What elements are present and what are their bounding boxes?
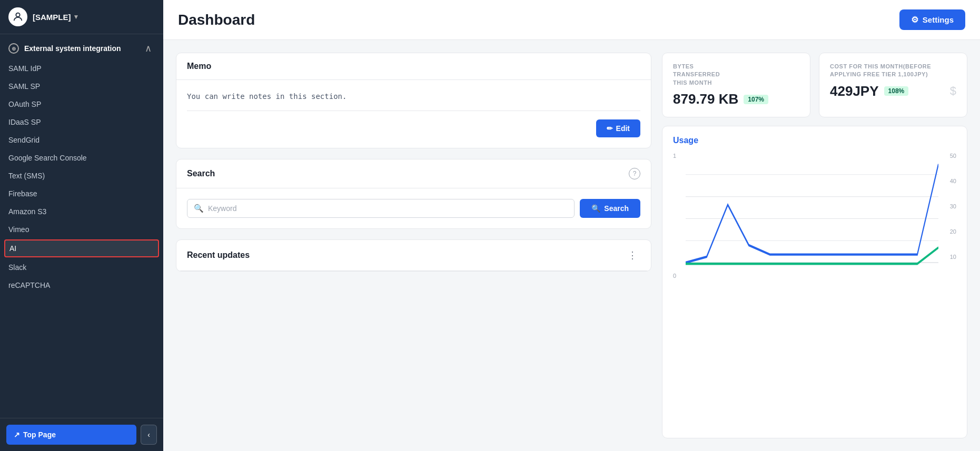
y-label-0: 0 bbox=[673, 273, 676, 279]
sidebar-nav: SAML IdP SAML SP OAuth SP IDaaS SP SendG… bbox=[0, 59, 163, 418]
edit-button[interactable]: ✏ Edit bbox=[596, 119, 640, 137]
section-title-text: External system integration bbox=[24, 44, 121, 53]
settings-button[interactable]: ⚙ Settings bbox=[899, 9, 965, 30]
main-header: Dashboard ⚙ Settings bbox=[163, 0, 980, 40]
sidebar-item-idaas-sp[interactable]: IDaaS SP bbox=[0, 113, 163, 131]
collapse-sidebar-button[interactable]: ‹ bbox=[141, 425, 157, 445]
app-logo bbox=[8, 7, 27, 26]
chart-y-labels-left: 1 0 bbox=[673, 153, 684, 279]
search-input-wrap: 🔍 bbox=[187, 199, 575, 218]
usage-chart bbox=[686, 153, 938, 268]
external-link-icon: ↗ bbox=[14, 430, 20, 439]
right-column: BYTESTRANSFERREDTHIS MONTH 879.79 KB 107… bbox=[662, 53, 967, 438]
chart-container: 1 0 50 40 30 20 10 bbox=[673, 153, 956, 279]
cost-value: 429JPY bbox=[830, 83, 879, 99]
search-button[interactable]: 🔍 Search bbox=[580, 199, 640, 218]
cost-label: COST FOR THIS MONTH(BEFORE APPLYING FREE… bbox=[830, 63, 956, 79]
sidebar-item-google-search-console[interactable]: Google Search Console bbox=[0, 149, 163, 167]
sidebar-item-vimeo[interactable]: Vimeo bbox=[0, 221, 163, 238]
main-body: Memo You can write notes in this section… bbox=[163, 40, 980, 451]
settings-label: Settings bbox=[923, 15, 954, 24]
sidebar-item-firebase[interactable]: Firebase bbox=[0, 185, 163, 203]
search-btn-label: Search bbox=[604, 204, 629, 213]
help-icon[interactable]: ? bbox=[629, 168, 640, 179]
memo-footer: ✏ Edit bbox=[187, 119, 640, 137]
section-collapse-button[interactable]: ∧ bbox=[142, 42, 155, 55]
recent-updates-title: Recent updates bbox=[187, 250, 250, 260]
bytes-value-row: 879.79 KB 107% bbox=[673, 91, 799, 107]
sidebar-item-sendgrid[interactable]: SendGrid bbox=[0, 131, 163, 149]
sidebar-item-saml-sp[interactable]: SAML SP bbox=[0, 77, 163, 95]
blue-line bbox=[686, 164, 938, 263]
chart-y-labels-right: 50 40 30 20 10 bbox=[941, 153, 956, 279]
sidebar-item-slack[interactable]: Slack bbox=[0, 258, 163, 276]
page-title: Dashboard bbox=[178, 12, 255, 28]
y-label-1: 1 bbox=[673, 153, 676, 159]
bytes-value: 879.79 KB bbox=[673, 91, 738, 107]
search-icon: 🔍 bbox=[194, 204, 204, 213]
y-label-30: 30 bbox=[950, 203, 956, 209]
y-label-50: 50 bbox=[950, 153, 956, 159]
search-input[interactable] bbox=[208, 199, 568, 217]
memo-card-header: Memo bbox=[176, 53, 651, 80]
sidebar-item-ai[interactable]: AI bbox=[4, 239, 159, 257]
edit-label: Edit bbox=[616, 124, 630, 133]
sidebar-item-amazon-s3[interactable]: Amazon S3 bbox=[0, 203, 163, 221]
bytes-badge: 107% bbox=[744, 95, 768, 104]
memo-card: Memo You can write notes in this section… bbox=[176, 53, 651, 148]
usage-title: Usage bbox=[673, 136, 956, 145]
y-label-20: 20 bbox=[950, 228, 956, 235]
gear-icon: ⚙ bbox=[911, 15, 918, 25]
org-name-text: [SAMPLE] bbox=[33, 13, 71, 22]
sidebar-section-header: ⊕ External system integration ∧ bbox=[0, 34, 163, 59]
sidebar-item-text-sms[interactable]: Text (SMS) bbox=[0, 167, 163, 185]
stats-row: BYTESTRANSFERREDTHIS MONTH 879.79 KB 107… bbox=[662, 53, 967, 117]
svg-point-0 bbox=[16, 13, 19, 17]
pencil-icon: ✏ bbox=[607, 124, 613, 133]
left-column: Memo You can write notes in this section… bbox=[176, 53, 651, 438]
org-name[interactable]: [SAMPLE] ▼ bbox=[33, 13, 79, 22]
sidebar-item-saml-idp[interactable]: SAML IdP bbox=[0, 59, 163, 77]
y-label-10: 10 bbox=[950, 254, 956, 260]
sidebar-item-recaptcha[interactable]: reCAPTCHA bbox=[0, 276, 163, 294]
chart-svg-wrap bbox=[686, 153, 938, 268]
sidebar-footer: ↗ Top Page ‹ bbox=[0, 418, 163, 451]
search-card-header: Search ? bbox=[176, 159, 651, 188]
currency-icon: $ bbox=[950, 84, 956, 98]
more-options-button[interactable]: ⋮ bbox=[625, 248, 640, 262]
search-btn-icon: 🔍 bbox=[591, 204, 600, 213]
recent-updates-card: Recent updates ⋮ bbox=[176, 239, 651, 272]
memo-card-body: You can write notes in this section. ✏ E… bbox=[176, 80, 651, 148]
top-page-label: Top Page bbox=[23, 430, 56, 439]
search-card: Search ? 🔍 🔍 Search bbox=[176, 159, 651, 229]
sidebar: [SAMPLE] ▼ ⊕ External system integration… bbox=[0, 0, 163, 451]
memo-card-title: Memo bbox=[187, 62, 211, 71]
section-title: ⊕ External system integration bbox=[8, 43, 121, 54]
memo-text: You can write notes in this section. bbox=[187, 91, 640, 102]
top-page-button[interactable]: ↗ Top Page bbox=[6, 425, 136, 445]
sidebar-item-oauth-sp[interactable]: OAuth SP bbox=[0, 95, 163, 113]
cost-badge: 108% bbox=[884, 86, 909, 96]
sidebar-header: [SAMPLE] ▼ bbox=[0, 0, 163, 34]
main-content: Dashboard ⚙ Settings Memo You can write … bbox=[163, 0, 980, 451]
memo-divider bbox=[187, 111, 640, 111]
y-label-40: 40 bbox=[950, 178, 956, 184]
search-card-title: Search bbox=[187, 169, 215, 178]
search-row: 🔍 🔍 Search bbox=[187, 199, 640, 218]
usage-card: Usage 1 0 50 40 30 20 10 bbox=[662, 126, 967, 438]
search-card-body: 🔍 🔍 Search bbox=[176, 188, 651, 228]
globe-icon: ⊕ bbox=[8, 43, 19, 54]
cost-value-row: 429JPY 108% $ bbox=[830, 83, 956, 99]
cost-card: COST FOR THIS MONTH(BEFORE APPLYING FREE… bbox=[819, 53, 967, 117]
bytes-label: BYTESTRANSFERREDTHIS MONTH bbox=[673, 63, 799, 87]
bytes-transferred-card: BYTESTRANSFERREDTHIS MONTH 879.79 KB 107… bbox=[662, 53, 810, 117]
recent-updates-header: Recent updates ⋮ bbox=[176, 240, 651, 271]
org-chevron: ▼ bbox=[73, 13, 80, 21]
